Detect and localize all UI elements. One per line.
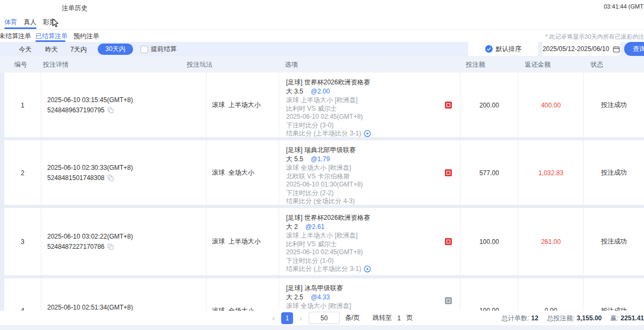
filter-bar: 今天 昨天 7天内 30天内 提前结算 默认排序 2025/05/12-2025…	[0, 42, 644, 56]
payout-cell: 400.00	[518, 73, 584, 138]
total-count-value: 12	[531, 314, 538, 322]
ended-badge-icon	[445, 297, 452, 304]
score-at-bet: 下注时比分 (1-0)	[286, 257, 460, 266]
match-time: 2025-06-10 02:45(GMT+8)	[286, 248, 460, 257]
bet-time: 2025-06-10 02:30:33(GMT+8)	[47, 163, 206, 173]
odds-value: @2.00	[311, 88, 330, 95]
jump-page-value[interactable]: 1	[397, 314, 401, 322]
option-cell: [足球] 瑞典北部甲级联赛 大 5.5@1.79 滚球 全场大小 [欧洲盘] 北…	[279, 140, 460, 206]
match-time: 2025-06-10 02:45(GMT+8)	[286, 113, 460, 121]
order-id: 5248481501748308	[47, 173, 105, 183]
tab-sports[interactable]: 体育	[4, 18, 17, 27]
result-score: 结果比分 (全场比分 4-3)	[286, 197, 460, 206]
copy-icon[interactable]	[107, 107, 114, 113]
default-sort-button[interactable]: 默认排序	[468, 42, 538, 56]
payout-cell: 1,032.83	[518, 140, 584, 206]
check-circle-icon	[485, 45, 493, 53]
col-detail-header: 投注详情	[41, 60, 187, 69]
page-size-input[interactable]	[309, 312, 340, 324]
subtab-settled[interactable]: 已结算注单	[35, 32, 68, 41]
score-at-bet: 下注时比分 (3-0)	[286, 121, 460, 130]
col-option-header: 选项	[285, 60, 460, 69]
range-30days-active[interactable]: 30天内	[98, 44, 133, 55]
result-score: 结果比分 (上半场比分 3-1)	[286, 265, 361, 274]
jump-to-label: 跳转至	[372, 313, 392, 322]
col-payout-header: 返还金额	[519, 60, 585, 69]
checkbox-icon[interactable]	[141, 46, 148, 53]
status-cell: 投注成功	[584, 73, 644, 138]
payout-cell: 261.00	[518, 208, 584, 275]
league-name: [足球] 瑞典北部甲级联赛	[286, 146, 460, 155]
active-tab-underline	[4, 27, 36, 29]
order-history-screen: 注单历史 03:41:44 (GMT 体育 真人 彩票 未结算注单 已结算注单 …	[0, 0, 644, 330]
play-type-cell: 滚球 上半场大小	[207, 208, 279, 275]
bet-time: 2025-06-10 03:15:45(GMT+8)	[47, 95, 206, 105]
total-stake-label: 总投注额:	[547, 314, 574, 322]
server-clock: 03:41:44 (GMT	[604, 3, 643, 10]
market-info: 滚球 全场大小 [欧洲盘]	[286, 302, 460, 311]
table-header: 编号 投注详情 投注玩法 选项 投注额 返还金额 状态	[0, 56, 644, 73]
replay-icon[interactable]	[364, 266, 371, 272]
range-7days[interactable]: 7天内	[70, 45, 87, 54]
current-page-button[interactable]: 1	[281, 312, 293, 324]
early-settle-checkbox[interactable]: 提前结算	[141, 45, 177, 54]
subtab-reserved[interactable]: 预约注单	[74, 32, 99, 41]
live-badge-icon	[445, 169, 452, 176]
stake-cell: 577.00	[460, 140, 518, 206]
table-row: 2 2025-06-10 02:30:33(GMT+8) 52484815017…	[4, 140, 644, 205]
prev-page-icon[interactable]: ‹	[271, 313, 276, 322]
total-win-label: 赢:	[610, 314, 618, 322]
calendar-icon	[613, 46, 620, 53]
page-title: 注单历史	[62, 4, 87, 13]
sub-tabs: 未结算注单 已结算注单 预约注单 * 此记录将显示30天内所有已派彩的注	[0, 30, 644, 42]
row-number: 2	[4, 140, 41, 206]
total-count-label: 总计单数:	[502, 314, 529, 322]
footer-bar: ‹ 1 › 条/页 跳转至 1 页 总计单数:12 总投注额:3,155.00 …	[0, 311, 644, 325]
market-info: 滚球 上半场大小 [欧洲盘]	[286, 96, 460, 105]
next-page-icon[interactable]: ›	[298, 313, 303, 322]
replay-icon[interactable]	[364, 130, 371, 137]
page-unit-label: 页	[406, 313, 413, 322]
result-score: 结果比分 (上半场比分 3-1)	[286, 130, 361, 138]
table-row: 1 2025-06-10 03:15:45(GMT+8) 52484896371…	[4, 73, 644, 137]
league-name: [足球] 世界杯2026欧洲资格赛	[286, 78, 460, 87]
play-type-cell: 滚球 上半场大小	[207, 73, 279, 138]
range-yesterday[interactable]: 昨天	[45, 45, 58, 54]
pick-label: 大 5.5	[286, 155, 303, 163]
subtab-unsettled[interactable]: 未结算注单	[0, 32, 31, 41]
bet-time: 2025-06-10 03:02:22(GMT+8)	[47, 232, 206, 242]
copy-icon[interactable]	[107, 243, 114, 250]
main-tabs: 体育 真人 彩票	[0, 15, 644, 30]
stake-cell: 100.00	[460, 208, 518, 275]
live-badge-icon	[445, 238, 452, 245]
default-sort-label: 默认排序	[496, 45, 522, 54]
row-number: 3	[4, 208, 41, 275]
status-cell: 投注成功	[584, 140, 644, 206]
bet-detail-cell: 2025-06-10 03:15:45(GMT+8) 5248489637190…	[41, 73, 207, 138]
pagination: ‹ 1 › 条/页 跳转至 1 页	[271, 312, 413, 324]
order-id: 5248487227170786	[47, 242, 105, 252]
live-badge-icon	[445, 102, 452, 109]
range-today[interactable]: 今天	[19, 45, 32, 54]
league-name: [足球] 世界杯2026欧洲资格赛	[286, 214, 460, 223]
per-page-label: 条/页	[345, 313, 360, 322]
title-bar: 注单历史 03:41:44 (GMT	[0, 0, 644, 15]
early-settle-label: 提前结算	[151, 45, 177, 54]
col-play-header: 投注玩法	[187, 60, 285, 69]
col-number-header: 编号	[0, 60, 41, 69]
market-info: 滚球 全场大小 [欧洲盘]	[286, 164, 460, 173]
bottom-strip	[0, 325, 644, 330]
match-time: 2025-06-10 01:30(GMT+8)	[286, 181, 460, 189]
records-notice: * 此记录将显示30天内所有已派彩的注	[545, 33, 644, 41]
table-body: 1 2025-06-10 03:15:45(GMT+8) 52484896371…	[0, 73, 644, 330]
match-teams: 北欧联 VS 卡尔伯格斯	[286, 173, 460, 181]
market-info: 滚球 上半场大小 [欧洲盘]	[286, 232, 460, 240]
search-button[interactable]: 查询	[624, 42, 644, 56]
mouse-cursor-icon	[52, 18, 59, 27]
odds-value: @4.33	[311, 293, 330, 301]
bet-detail-cell: 2025-06-10 02:30:33(GMT+8) 5248481501748…	[41, 140, 207, 206]
copy-icon[interactable]	[107, 175, 114, 181]
pick-label: 大 2.5	[286, 293, 303, 301]
tab-live[interactable]: 真人	[24, 18, 36, 27]
date-range-picker[interactable]: 2025/05/12-2025/06/10	[542, 42, 620, 56]
